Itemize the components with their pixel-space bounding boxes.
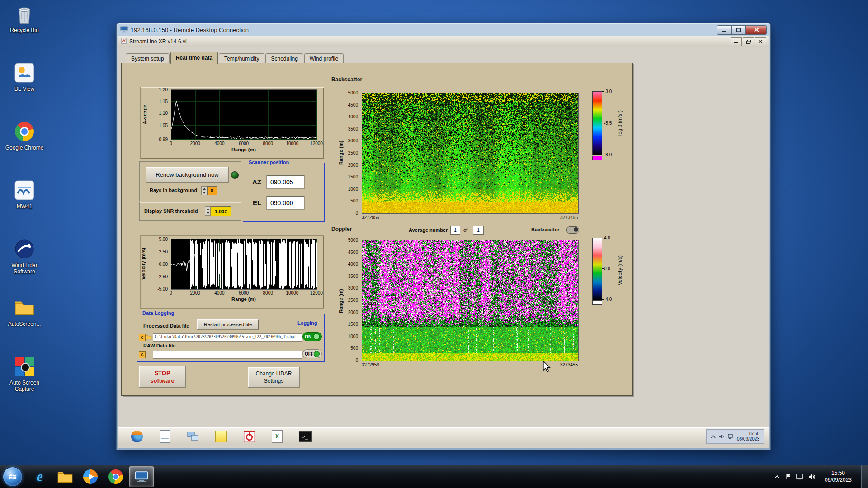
rays-value[interactable]: 8 <box>207 186 217 195</box>
desktop-icon-recycle-bin[interactable]: Recycle Bin <box>3 3 46 61</box>
tab-wind-profile[interactable]: Wind profile <box>304 53 344 63</box>
host-clock[interactable]: 15:50 06/09/2023 <box>820 470 856 483</box>
remote-system-tray[interactable]: 15:50 06/09/2023 <box>706 429 764 444</box>
restart-processed-file-button[interactable]: Restart processed file <box>197 319 259 329</box>
drive-c-icon-raw[interactable]: C <box>139 351 146 358</box>
rdp-maximize-button[interactable] <box>731 25 746 35</box>
ie-glyph: e <box>37 469 43 485</box>
stop-software-button[interactable]: STOP software <box>139 366 185 387</box>
rdp-close-button[interactable] <box>746 25 767 35</box>
rdp-minimize-button[interactable] <box>717 25 731 35</box>
axis-tick-label: 2000 <box>340 163 358 168</box>
drive-c-icon[interactable]: C <box>139 334 146 341</box>
tab-system-setup[interactable]: System setup <box>126 53 170 63</box>
desktop-icon-auto-screen-capture[interactable]: Auto Screen Capture <box>3 355 46 414</box>
desktop-icon-label: Auto Screen Capture <box>3 380 46 392</box>
velocity-x-ticks: 020004000600080001000012000 <box>171 291 316 296</box>
rays-spinner[interactable] <box>201 186 207 195</box>
axis-tick-label: 3000 <box>340 138 358 143</box>
app-close-button[interactable] <box>755 37 766 46</box>
colorbar-tick-label: -4.0 <box>604 297 612 302</box>
velocity-y-ticks: 5.002.500.00-2.50-5.00 <box>149 239 169 289</box>
backscatter-y-ticks: 5000450040003500300025002000150010005000 <box>341 93 359 213</box>
axis-tick-label: 2500 <box>340 298 358 303</box>
axis-tick-label: 6000 <box>239 141 249 146</box>
app-restore-button[interactable] <box>743 37 754 46</box>
chrome-taskbar-icon[interactable] <box>104 467 127 487</box>
axis-tick-label: 5000 <box>340 238 358 243</box>
notepad-icon[interactable] <box>158 430 172 443</box>
app-titlebar[interactable]: StreamLine XR v14-6.vi <box>118 36 769 47</box>
app-client-area: System setup Real time data Temp/humidit… <box>118 47 769 448</box>
axis-tick-label: 6000 <box>239 291 249 296</box>
axis-tick-label: 500 <box>340 346 358 351</box>
tab-temp-humidity[interactable]: Temp/humidity <box>219 53 264 63</box>
axis-tick-label: 4500 <box>340 103 358 108</box>
desktop-icon-bl-view[interactable]: BL-View <box>3 61 46 120</box>
display-icon[interactable] <box>796 474 803 480</box>
average-count-value[interactable]: 1 <box>473 226 484 235</box>
axis-tick-label: 3500 <box>340 274 358 279</box>
el-value-field[interactable]: 090.000 <box>267 196 304 209</box>
change-lidar-settings-button[interactable]: Change LiDAR Settings <box>248 367 299 387</box>
backscatter-doppler-toggle[interactable] <box>566 226 579 234</box>
sticky-notes-icon[interactable] <box>214 430 228 443</box>
ascope-plot-area[interactable] <box>171 89 317 140</box>
desktop-icon-mw41[interactable]: MW41 <box>3 179 46 238</box>
file-explorer-icon[interactable] <box>53 467 77 487</box>
doppler-x-max-label: 3273455 <box>551 362 578 367</box>
desktop-icon-wind-lidar[interactable]: Wind Lidar Software <box>3 238 46 296</box>
terminal-icon[interactable]: >_ <box>298 430 312 443</box>
processed-logging-toggle[interactable]: ON <box>302 332 322 341</box>
doppler-heatmap[interactable] <box>362 240 579 361</box>
backscatter-heatmap[interactable] <box>362 93 579 214</box>
tab-bar: System setup Real time data Temp/humidit… <box>126 51 344 63</box>
browse-folder-icon[interactable] <box>146 334 152 340</box>
network-icon[interactable] <box>728 434 734 439</box>
action-center-flag-icon[interactable] <box>785 474 791 480</box>
tab-real-time-data[interactable]: Real time data <box>170 52 218 64</box>
rays-in-background-label: Rays in background <box>150 188 197 193</box>
ascope-x-axis-label: Range (m) <box>171 147 316 152</box>
average-number-value[interactable]: 1 <box>450 226 460 235</box>
start-button[interactable] <box>3 467 23 487</box>
internet-explorer-icon[interactable]: e <box>28 467 52 487</box>
raw-file-path-field[interactable] <box>153 351 302 359</box>
remote-clock-time: 15:50 <box>737 431 760 436</box>
host-clock-date: 06/09/2023 <box>825 477 852 483</box>
volume-icon[interactable] <box>808 474 815 480</box>
axis-tick-label: 2000 <box>190 291 200 296</box>
bl-view-icon <box>13 61 36 84</box>
ascope-y-axis-label: A-scope <box>142 95 147 133</box>
volume-icon[interactable] <box>719 434 725 439</box>
power-off-icon[interactable] <box>242 430 256 443</box>
desktop-icon-google-chrome[interactable]: Google Chrome <box>3 120 46 179</box>
az-value-field[interactable]: 090.005 <box>267 175 304 188</box>
windows-flag-icon <box>8 471 18 482</box>
rdp-titlebar[interactable]: 192.168.0.150 - Remote Desktop Connectio… <box>117 23 770 36</box>
renew-background-button[interactable]: Renew background now <box>146 167 228 182</box>
desktop-icon-label: MW41 <box>17 203 33 210</box>
az-label: AZ <box>252 178 261 186</box>
show-desktop-button[interactable] <box>861 465 868 488</box>
network-monitor-icon[interactable] <box>186 430 200 443</box>
xr-document-glyph: X <box>272 430 283 443</box>
velocity-x-axis-label: Range (m) <box>171 296 316 302</box>
snr-spinner[interactable] <box>205 206 211 216</box>
snr-value[interactable]: 1.002 <box>211 206 231 216</box>
browser-icon[interactable] <box>130 430 144 443</box>
xr-document-icon[interactable]: X <box>270 430 284 443</box>
axis-tick-label: 5.00 <box>148 237 168 242</box>
tray-expand-icon[interactable] <box>774 474 780 479</box>
raw-logging-toggle[interactable]: OFF <box>302 349 322 358</box>
desktop-icon-autoscreen-folder[interactable]: AutoScreen... <box>3 296 46 355</box>
tray-chevron-icon[interactable] <box>711 435 716 439</box>
tab-scheduling[interactable]: Scheduling <box>265 53 303 63</box>
remote-desktop-taskbar-button[interactable] <box>129 466 154 487</box>
velocity-plot-area[interactable] <box>171 239 317 290</box>
doppler-section-title: Doppler <box>331 226 352 232</box>
media-player-icon[interactable] <box>79 467 102 487</box>
axis-tick-label: -5.00 <box>148 286 168 291</box>
processed-file-path-field[interactable]: C:\Lidar\Data\Proc\2023\202309\20230906\… <box>153 333 302 342</box>
app-minimize-button[interactable] <box>731 37 742 46</box>
